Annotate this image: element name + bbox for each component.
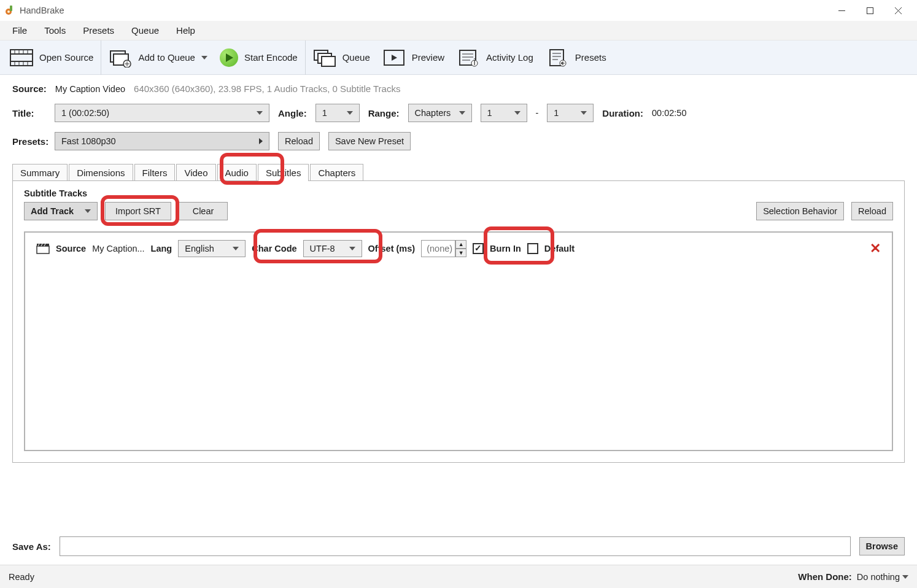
chevron-down-icon xyxy=(581,111,587,115)
lang-col-label: Lang xyxy=(151,244,172,253)
add-to-queue-group[interactable]: Add to Queue xyxy=(103,41,214,74)
chevron-down-icon xyxy=(514,111,520,115)
menu-help[interactable]: Help xyxy=(168,21,204,39)
duration-value: 00:02:50 xyxy=(652,108,686,118)
tab-audio[interactable]: Audio xyxy=(217,164,257,181)
offset-input[interactable] xyxy=(421,240,455,257)
status-ready: Ready xyxy=(9,572,34,582)
window-title: HandBrake xyxy=(20,6,64,15)
activity-log-icon: i xyxy=(457,48,480,68)
save-as-label: Save As: xyxy=(12,541,51,552)
play-icon xyxy=(220,48,238,67)
save-new-preset-button[interactable]: Save New Preset xyxy=(328,132,411,150)
content-area: Source: My Caption Video 640x360 (640x36… xyxy=(0,75,917,518)
offset-stepper[interactable]: ▲▼ xyxy=(421,240,466,257)
selection-behavior-button[interactable]: Selection Behavior xyxy=(756,202,844,220)
start-encode-label: Start Encode xyxy=(244,52,298,63)
preset-select[interactable]: Fast 1080p30 xyxy=(55,132,269,150)
menu-presets[interactable]: Presets xyxy=(74,21,123,39)
source-name: My Caption Video xyxy=(55,84,125,94)
reload-subtitles-button[interactable]: Reload xyxy=(851,202,893,220)
lang-select[interactable]: English xyxy=(178,240,246,257)
chevron-down-icon xyxy=(257,111,263,115)
chevron-down-icon xyxy=(85,209,91,213)
source-details: 640x360 (640x360), 23.98 FPS, 1 Audio Tr… xyxy=(134,83,400,94)
tab-filters[interactable]: Filters xyxy=(134,164,176,181)
preview-group[interactable]: Preview xyxy=(376,41,451,74)
when-done-label: When Done: xyxy=(798,571,852,582)
preview-label: Preview xyxy=(412,52,444,63)
tab-summary[interactable]: Summary xyxy=(12,164,68,181)
source-label: Source: xyxy=(12,83,47,94)
tab-video[interactable]: Video xyxy=(176,164,215,181)
preview-icon xyxy=(382,48,406,68)
open-source-group[interactable]: Open Source xyxy=(4,41,99,74)
chevron-down-icon xyxy=(347,111,353,115)
menu-tools[interactable]: Tools xyxy=(36,21,74,39)
svg-point-2 xyxy=(7,10,10,13)
maximize-button[interactable] xyxy=(856,1,884,20)
offset-col-label: Offset (ms) xyxy=(368,244,416,253)
add-to-queue-label: Add to Queue xyxy=(138,52,195,63)
tracks-list: Source My Caption... Lang English Char C… xyxy=(24,231,893,451)
when-done-value[interactable]: Do nothing xyxy=(857,572,900,582)
svg-rect-25 xyxy=(322,56,335,66)
menu-queue[interactable]: Queue xyxy=(123,21,168,39)
import-srt-button[interactable]: Import SRT xyxy=(105,202,171,220)
remove-track-button[interactable]: ✕ xyxy=(870,241,881,257)
menu-file[interactable]: File xyxy=(4,21,36,39)
charcode-select[interactable]: UTF-8 xyxy=(303,240,362,257)
tab-chapters[interactable]: Chapters xyxy=(310,164,363,181)
reload-preset-button[interactable]: Reload xyxy=(278,132,320,150)
statusbar: Ready When Done: Do nothing xyxy=(0,565,917,588)
tabs: Summary Dimensions Filters Video Audio S… xyxy=(12,164,905,181)
queue-group[interactable]: Queue xyxy=(307,41,376,74)
source-col-value: My Caption... xyxy=(92,244,144,253)
clapper-icon xyxy=(36,243,50,254)
range-from-select[interactable]: 1 xyxy=(481,104,527,122)
source-col-label: Source xyxy=(56,244,86,253)
presets-group[interactable]: Presets xyxy=(540,41,613,74)
tab-subtitles[interactable]: Subtitles xyxy=(258,164,309,181)
stepper-down[interactable]: ▼ xyxy=(455,249,466,257)
range-to-select[interactable]: 1 xyxy=(547,104,594,122)
svg-rect-7 xyxy=(10,50,33,66)
chevron-down-icon xyxy=(349,247,355,250)
add-queue-icon xyxy=(109,48,132,68)
presets-row-label: Presets: xyxy=(12,136,46,147)
add-track-button[interactable]: Add Track xyxy=(24,202,98,220)
save-as-input[interactable] xyxy=(60,536,851,556)
duration-label: Duration: xyxy=(602,108,643,118)
browse-button[interactable]: Browse xyxy=(859,537,905,555)
film-icon xyxy=(10,48,33,68)
clear-button[interactable]: Clear xyxy=(179,202,228,220)
start-encode-group[interactable]: Start Encode xyxy=(214,41,304,74)
chevron-down-icon xyxy=(233,247,239,250)
queue-icon xyxy=(313,48,336,68)
subtitles-panel: Subtitle Tracks Add Track Import SRT Cle… xyxy=(12,180,905,463)
default-checkbox[interactable] xyxy=(527,243,538,254)
minimize-button[interactable] xyxy=(827,1,856,20)
svg-rect-4 xyxy=(867,7,873,14)
chevron-right-icon xyxy=(259,138,263,144)
chevron-down-icon xyxy=(902,575,908,579)
range-type-select[interactable]: Chapters xyxy=(408,104,472,122)
tab-dimensions[interactable]: Dimensions xyxy=(69,164,133,181)
activity-log-group[interactable]: i Activity Log xyxy=(451,41,540,74)
chevron-down-icon xyxy=(459,111,465,115)
svg-marker-27 xyxy=(392,55,397,61)
save-as-row: Save As: Browse xyxy=(0,518,917,565)
activity-log-label: Activity Log xyxy=(486,52,533,63)
toolbar: Open Source Add to Queue Start Encode Qu… xyxy=(0,41,917,75)
angle-select[interactable]: 1 xyxy=(315,104,360,122)
open-source-label: Open Source xyxy=(39,52,93,63)
stepper-up[interactable]: ▲ xyxy=(455,240,466,249)
svg-rect-1 xyxy=(10,6,12,11)
burn-in-checkbox[interactable] xyxy=(473,243,484,254)
title-select[interactable]: 1 (00:02:50) xyxy=(55,104,269,122)
title-label: Title: xyxy=(12,108,46,118)
burn-in-label: Burn In xyxy=(490,244,521,253)
svg-text:i: i xyxy=(473,57,475,67)
subtitle-track-row: Source My Caption... Lang English Char C… xyxy=(36,240,881,257)
close-button[interactable] xyxy=(884,1,912,20)
